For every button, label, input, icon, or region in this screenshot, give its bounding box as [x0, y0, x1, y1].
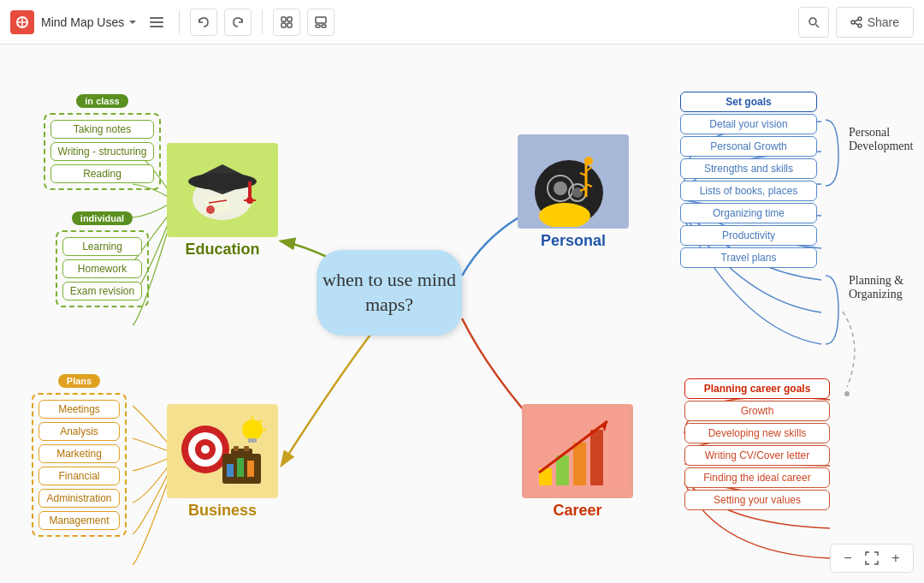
- svg-point-27: [188, 173, 257, 190]
- menu-button[interactable]: [145, 10, 169, 34]
- education-individual-group: individual Learning Homework Exam revisi…: [36, 211, 169, 307]
- career-item-4[interactable]: Writing CV/Cover letter: [684, 445, 830, 466]
- education-in-class-group: in class Taking notes Writing - structur…: [36, 94, 169, 190]
- redo-button[interactable]: [224, 9, 252, 36]
- individual-item-2[interactable]: Homework: [62, 259, 142, 278]
- career-image: [522, 404, 633, 498]
- svg-rect-64: [556, 455, 569, 485]
- document-title[interactable]: Mind Map Uses: [41, 15, 138, 29]
- in-class-items-box: Taking notes Writing - structuring Readi…: [44, 113, 162, 190]
- in-class-label: in class: [76, 94, 127, 108]
- svg-rect-10: [316, 17, 326, 23]
- individual-item-3[interactable]: Exam revision: [62, 282, 142, 300]
- share-button[interactable]: Share: [836, 7, 914, 38]
- svg-rect-41: [244, 446, 249, 451]
- business-plans-group: Plans Meetings Analysis Marketing Financ…: [9, 374, 150, 537]
- toolbar: Mind Map Uses: [0, 0, 924, 45]
- svg-line-48: [259, 420, 262, 423]
- svg-rect-3: [150, 17, 163, 19]
- center-node[interactable]: when to use mind maps?: [317, 250, 462, 336]
- biz-item-1[interactable]: Meetings: [38, 400, 119, 419]
- career-item-6[interactable]: Setting your values: [684, 490, 830, 510]
- personal-item-5[interactable]: Lists of books, places: [680, 181, 817, 201]
- biz-item-4[interactable]: Financial: [38, 467, 119, 485]
- svg-rect-11: [316, 25, 320, 27]
- career-items-list: Planning career goals Growth Developing …: [684, 378, 830, 510]
- in-class-item-2[interactable]: Writing - structuring: [50, 142, 155, 161]
- education-node[interactable]: Education: [167, 143, 278, 259]
- svg-point-20: [844, 391, 850, 396]
- individual-item-1[interactable]: Learning: [62, 237, 142, 256]
- planning-organizing-label: Planning &Organizing: [849, 274, 903, 301]
- mind-map-canvas[interactable]: when to use mind maps? Education: [0, 45, 924, 583]
- app-logo: [10, 10, 34, 34]
- in-class-item-1[interactable]: Taking notes: [50, 120, 155, 139]
- svg-line-19: [855, 23, 858, 25]
- individual-items-box: Learning Homework Exam revision: [56, 230, 149, 307]
- biz-item-5[interactable]: Administration: [38, 489, 119, 508]
- career-item-3[interactable]: Developing new skills: [684, 423, 830, 443]
- svg-rect-42: [227, 464, 234, 477]
- svg-rect-7: [287, 17, 292, 21]
- personal-image: [518, 134, 629, 229]
- layout-button[interactable]: [307, 9, 335, 36]
- undo-button[interactable]: [190, 9, 217, 36]
- career-node[interactable]: Career: [522, 404, 633, 520]
- zoom-fit-button[interactable]: [862, 548, 882, 568]
- svg-point-37: [201, 445, 210, 454]
- education-image: [167, 143, 278, 237]
- personal-item-2[interactable]: Detail your vision: [680, 114, 817, 134]
- personal-items-list: Set goals Detail your vision Personal Gr…: [680, 92, 817, 268]
- career-item-5[interactable]: Finding the ideal career: [684, 467, 830, 488]
- individual-label: individual: [72, 211, 133, 225]
- svg-point-33: [206, 205, 215, 214]
- svg-line-14: [815, 24, 819, 27]
- svg-rect-9: [287, 23, 292, 27]
- svg-point-17: [858, 24, 862, 27]
- svg-rect-44: [247, 461, 254, 477]
- svg-point-15: [858, 17, 862, 21]
- svg-rect-65: [573, 443, 586, 485]
- svg-rect-12: [322, 25, 326, 27]
- svg-rect-8: [281, 23, 286, 27]
- business-image: [167, 404, 278, 498]
- personal-node[interactable]: Personal: [518, 134, 629, 250]
- svg-rect-46: [248, 438, 257, 443]
- svg-point-53: [554, 181, 567, 195]
- svg-rect-6: [281, 17, 286, 21]
- personal-development-label: PersonalDevelopment: [849, 126, 913, 153]
- svg-point-16: [851, 21, 855, 24]
- personal-item-6[interactable]: Organizing time: [680, 203, 817, 223]
- plans-label: Plans: [58, 374, 100, 388]
- personal-item-1[interactable]: Set goals: [680, 92, 817, 112]
- in-class-item-3[interactable]: Reading: [50, 164, 155, 183]
- svg-rect-40: [234, 446, 239, 451]
- career-label: Career: [553, 502, 601, 520]
- zoom-out-button[interactable]: −: [838, 548, 858, 568]
- zoom-in-button[interactable]: +: [886, 548, 906, 568]
- career-item-2[interactable]: Growth: [684, 401, 830, 421]
- personal-item-3[interactable]: Personal Growth: [680, 136, 817, 157]
- personal-item-7[interactable]: Productivity: [680, 225, 817, 246]
- zoom-controls: − +: [830, 544, 914, 573]
- svg-rect-43: [237, 458, 244, 477]
- svg-point-13: [809, 18, 816, 25]
- personal-item-8[interactable]: Travel plans: [680, 247, 817, 268]
- svg-rect-4: [150, 21, 163, 23]
- biz-item-3[interactable]: Marketing: [38, 444, 119, 463]
- fit-view-button[interactable]: [273, 9, 300, 36]
- personal-item-4[interactable]: Strengths and skills: [680, 158, 817, 179]
- svg-rect-5: [150, 26, 163, 27]
- svg-rect-28: [248, 181, 252, 199]
- business-items-box: Meetings Analysis Marketing Financial Ad…: [32, 393, 126, 537]
- search-button[interactable]: [798, 7, 829, 38]
- svg-line-18: [855, 20, 858, 21]
- biz-item-2[interactable]: Analysis: [38, 422, 119, 441]
- business-node[interactable]: Business: [167, 404, 278, 520]
- svg-rect-66: [590, 430, 603, 485]
- svg-point-56: [584, 157, 593, 165]
- biz-item-6[interactable]: Management: [38, 511, 119, 530]
- education-label: Education: [185, 241, 259, 259]
- career-item-1[interactable]: Planning career goals: [684, 378, 830, 399]
- svg-point-54: [572, 187, 583, 198]
